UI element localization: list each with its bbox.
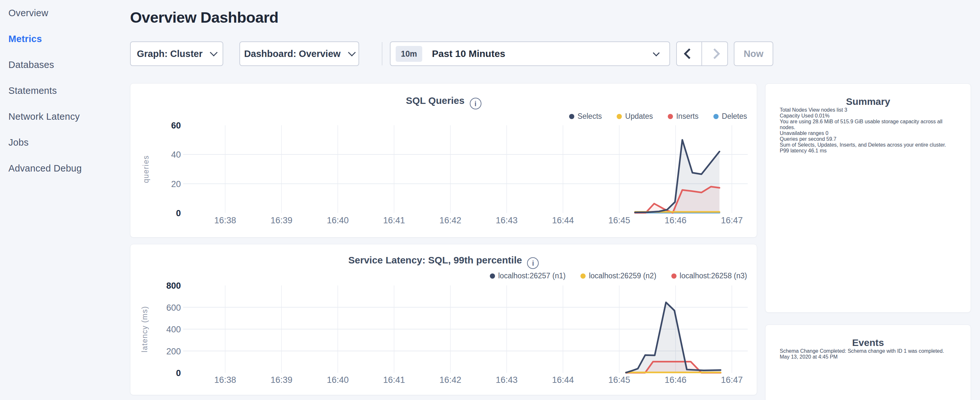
total-nodes-label: Total Nodes xyxy=(780,107,807,113)
svg-text:16:39: 16:39 xyxy=(270,215,293,225)
svg-text:400: 400 xyxy=(166,325,181,334)
sidebar-item-advanced-debug[interactable]: Advanced Debug xyxy=(0,155,129,181)
summary-row-total-nodes: Total Nodes View nodes list 3 xyxy=(780,107,956,113)
svg-text:16:44: 16:44 xyxy=(552,375,574,385)
time-step-buttons xyxy=(676,41,728,66)
svg-text:20: 20 xyxy=(171,179,181,189)
sidebar-item-databases[interactable]: Databases xyxy=(0,52,129,78)
page-title: Overview Dashboard xyxy=(130,8,278,26)
now-button[interactable]: Now xyxy=(734,41,773,66)
sidebar-item-metrics[interactable]: Metrics xyxy=(0,26,129,52)
next-time-button[interactable] xyxy=(702,42,727,65)
events-panel: Events Schema Change Completed: Schema c… xyxy=(765,325,971,400)
sidebar-item-jobs[interactable]: Jobs xyxy=(0,129,129,155)
svg-text:40: 40 xyxy=(171,150,181,159)
queries-per-second-label: Queries per second xyxy=(780,136,825,142)
time-window-selector[interactable]: 10m Past 10 Minutes xyxy=(390,41,670,66)
svg-text:16:42: 16:42 xyxy=(439,215,461,225)
sidebar-item-statements[interactable]: Statements xyxy=(0,78,129,104)
p99-latency-value: 46.1 ms xyxy=(808,148,827,153)
sql-queries-chart[interactable]: 16:3816:3916:4016:4116:4216:4316:4416:45… xyxy=(130,83,757,238)
sidebar-item-network-latency[interactable]: Network Latency xyxy=(0,104,129,129)
summary-panel: Summary Total Nodes View nodes list 3 Ca… xyxy=(765,83,971,312)
svg-text:0: 0 xyxy=(176,209,181,218)
svg-text:16:43: 16:43 xyxy=(496,375,518,385)
svg-text:latency (ms): latency (ms) xyxy=(140,306,149,352)
svg-text:600: 600 xyxy=(166,303,181,312)
svg-text:16:39: 16:39 xyxy=(270,375,293,385)
chevron-left-icon xyxy=(684,48,695,59)
service-latency-chart-card: Service Latency: SQL, 99th percentilei l… xyxy=(130,244,757,395)
svg-text:16:45: 16:45 xyxy=(608,215,630,225)
p99-latency-label: P99 latency xyxy=(780,148,807,153)
graph-dropdown[interactable]: Graph: Cluster xyxy=(130,41,223,66)
time-window-badge: 10m xyxy=(396,46,422,62)
summary-row-p99-latency: P99 latency 46.1 ms xyxy=(780,148,956,154)
capacity-used-value: 0.01% xyxy=(815,113,830,118)
dashboard-dropdown-label: Dashboard: Overview xyxy=(244,49,340,59)
summary-row-unavailable-ranges: Unavailable ranges 0 xyxy=(780,131,956,136)
queries-per-second-description: Sum of Selects, Updates, Inserts, and De… xyxy=(780,142,956,148)
sidebar: Overview Metrics Databases Statements Ne… xyxy=(0,0,129,181)
previous-time-button[interactable] xyxy=(677,42,702,65)
svg-text:16:45: 16:45 xyxy=(608,375,630,385)
summary-title: Summary xyxy=(780,96,956,107)
svg-text:queries: queries xyxy=(142,155,150,183)
queries-per-second-value: 59.7 xyxy=(826,136,836,142)
svg-text:16:41: 16:41 xyxy=(383,375,405,385)
unavailable-ranges-label: Unavailable ranges xyxy=(780,131,824,136)
chevron-down-icon xyxy=(210,49,217,56)
svg-text:16:47: 16:47 xyxy=(721,375,743,385)
svg-text:16:43: 16:43 xyxy=(496,215,518,225)
chevron-right-icon xyxy=(709,48,720,59)
total-nodes-value: 3 xyxy=(845,107,847,113)
dashboard-dropdown[interactable]: Dashboard: Overview xyxy=(239,41,359,66)
svg-text:16:44: 16:44 xyxy=(552,215,574,225)
svg-text:16:46: 16:46 xyxy=(665,215,687,225)
svg-text:16:42: 16:42 xyxy=(439,375,461,385)
view-nodes-list-link[interactable]: View nodes list xyxy=(808,107,843,113)
event-timestamp: May 13, 2020 at 4:45 PM xyxy=(780,354,956,360)
chevron-down-icon xyxy=(653,49,660,56)
event-message[interactable]: Schema Change Completed: Schema change w… xyxy=(780,348,956,354)
capacity-used-description: You are using 28.6 MiB of 515.9 GiB usab… xyxy=(780,119,956,131)
time-window-label: Past 10 Minutes xyxy=(432,48,653,59)
svg-text:16:38: 16:38 xyxy=(214,375,236,385)
chevron-down-icon xyxy=(348,49,356,56)
svg-text:0: 0 xyxy=(176,368,181,378)
service-latency-chart[interactable]: 16:3816:3916:4016:4116:4216:4316:4416:45… xyxy=(130,244,757,395)
sidebar-item-overview[interactable]: Overview xyxy=(0,0,129,26)
summary-row-queries-per-second: Queries per second 59.7 xyxy=(780,136,956,142)
graph-dropdown-label: Graph: Cluster xyxy=(137,49,202,59)
svg-text:60: 60 xyxy=(171,121,181,131)
sql-queries-chart-card: SQL Queriesi SelectsUpdatesInsertsDelete… xyxy=(130,83,757,237)
svg-text:16:38: 16:38 xyxy=(214,215,236,225)
svg-text:16:47: 16:47 xyxy=(721,215,743,225)
capacity-used-label: Capacity Used xyxy=(780,113,813,118)
events-title: Events xyxy=(780,337,956,348)
svg-text:16:40: 16:40 xyxy=(327,375,349,385)
unavailable-ranges-value: 0 xyxy=(825,131,828,136)
svg-text:200: 200 xyxy=(166,347,181,356)
svg-text:16:41: 16:41 xyxy=(383,215,405,225)
summary-row-capacity-used: Capacity Used 0.01% xyxy=(780,113,956,119)
svg-text:16:40: 16:40 xyxy=(327,215,349,225)
svg-text:800: 800 xyxy=(166,281,181,291)
svg-text:16:46: 16:46 xyxy=(665,375,687,385)
toolbar-divider xyxy=(382,42,382,65)
